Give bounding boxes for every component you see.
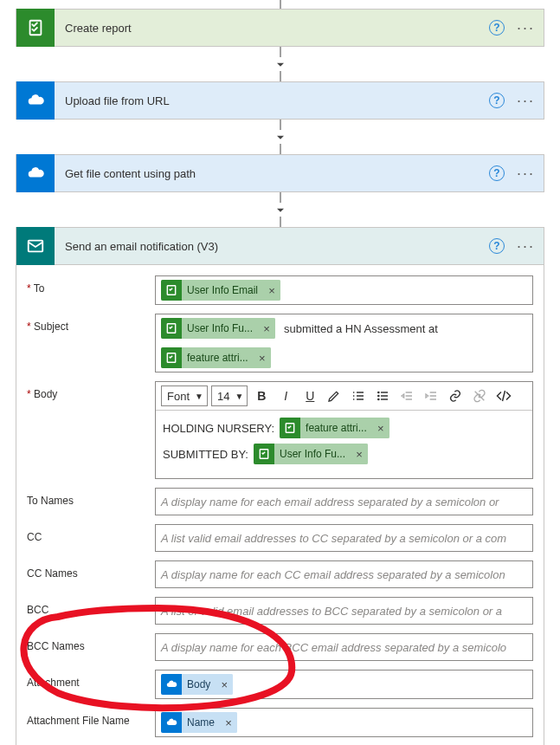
svg-rect-0: [30, 21, 42, 36]
bccnames-input[interactable]: A display name for each BCC email addres…: [155, 633, 533, 661]
token-remove-icon[interactable]: ×: [372, 418, 389, 438]
svg-point-7: [378, 398, 379, 399]
arrow-down-icon: [274, 130, 287, 144]
label-cc: CC: [27, 524, 155, 543]
token-user-fullname[interactable]: User Info Fu... ×: [254, 444, 368, 464]
rich-text-toolbar: Font▼ 14▼ B I U: [156, 382, 532, 411]
font-select[interactable]: Font▼: [161, 385, 208, 406]
token-onedrive-body[interactable]: Body ×: [161, 674, 233, 695]
svg-rect-4: [167, 353, 175, 363]
survey-icon: [16, 9, 55, 47]
arrow-down-icon: [274, 57, 287, 71]
subject-static-text: submitted a HN Assessment at: [284, 322, 438, 335]
svg-rect-9: [260, 450, 267, 459]
token-remove-icon[interactable]: ×: [351, 444, 368, 464]
link-icon[interactable]: [445, 385, 466, 406]
action-card-send-email[interactable]: Send an email notification (V3) ? ···: [16, 227, 544, 265]
body-text-holding: HOLDING NURSERY:: [163, 422, 274, 435]
svg-rect-8: [286, 424, 293, 433]
email-panel: To User Info Email × Subject User I: [16, 265, 544, 745]
label-to: To: [27, 275, 155, 295]
label-body: Body: [27, 381, 155, 400]
more-icon[interactable]: ···: [517, 92, 535, 110]
indent-icon[interactable]: [421, 385, 441, 406]
attachment-filename-input[interactable]: Name ×: [155, 708, 533, 737]
token-remove-icon[interactable]: ×: [263, 280, 280, 301]
token-remove-icon[interactable]: ×: [216, 674, 233, 695]
label-attachment: Attachment: [27, 670, 155, 689]
label-tonames: To Names: [27, 488, 155, 507]
bullet-list-icon[interactable]: [372, 385, 393, 406]
action-card-create-report[interactable]: Create report ? ···: [16, 9, 544, 47]
more-icon[interactable]: ···: [517, 165, 535, 183]
code-view-icon[interactable]: [493, 385, 514, 406]
svg-rect-2: [167, 286, 175, 295]
onedrive-icon: [16, 81, 55, 120]
ccnames-input[interactable]: A display name for each CC email address…: [155, 560, 533, 588]
bold-icon[interactable]: B: [251, 385, 272, 406]
more-icon[interactable]: ···: [517, 237, 535, 256]
label-bcc: BCC: [27, 597, 155, 616]
help-icon[interactable]: ?: [489, 238, 505, 254]
svg-rect-3: [167, 324, 175, 334]
action-title: Get file content using path: [55, 167, 489, 180]
attachment-input[interactable]: Body ×: [155, 670, 533, 699]
numbered-list-icon[interactable]: [348, 385, 369, 406]
token-remove-icon[interactable]: ×: [258, 318, 275, 339]
action-title: Send an email notification (V3): [55, 240, 489, 253]
token-onedrive-name[interactable]: Name ×: [161, 712, 237, 733]
body-text-submitted: SUBMITTED BY:: [163, 448, 248, 461]
svg-point-5: [378, 392, 379, 392]
label-ccnames: CC Names: [27, 560, 155, 580]
to-input[interactable]: User Info Email ×: [155, 275, 533, 305]
arrow-down-icon: [274, 203, 287, 217]
label-attachfile: Attachment File Name: [27, 708, 155, 727]
outdent-icon[interactable]: [396, 385, 417, 406]
subject-input[interactable]: User Info Fu... × submitted a HN Assessm…: [155, 314, 533, 372]
help-icon[interactable]: ?: [489, 93, 505, 108]
action-card-upload-file[interactable]: Upload file from URL ? ···: [16, 81, 544, 120]
onedrive-icon: [16, 154, 55, 192]
more-icon[interactable]: ···: [517, 19, 535, 37]
help-icon[interactable]: ?: [489, 165, 505, 181]
token-remove-icon[interactable]: ×: [254, 347, 271, 368]
label-bccnames: BCC Names: [27, 633, 155, 652]
token-feature-attr[interactable]: feature attri... ×: [161, 347, 271, 368]
token-remove-icon[interactable]: ×: [220, 712, 237, 733]
underline-icon[interactable]: U: [299, 385, 320, 406]
cc-input[interactable]: A list valid email addresses to CC separ…: [155, 524, 533, 552]
svg-point-6: [378, 395, 379, 396]
label-subject: Subject: [27, 314, 155, 333]
action-card-get-file[interactable]: Get file content using path ? ···: [16, 154, 544, 192]
unlink-icon[interactable]: [469, 385, 490, 406]
action-title: Create report: [55, 22, 489, 35]
token-feature-attr[interactable]: feature attri... ×: [280, 418, 389, 438]
mail-icon: [16, 227, 55, 265]
token-user-email[interactable]: User Info Email ×: [161, 280, 280, 301]
tonames-input[interactable]: A display name for each email address se…: [155, 488, 533, 515]
bcc-input[interactable]: A list of valid email addresses to BCC s…: [155, 597, 533, 625]
color-picker-icon[interactable]: [324, 385, 344, 406]
action-title: Upload file from URL: [55, 94, 489, 107]
italic-icon[interactable]: I: [275, 385, 296, 406]
fontsize-select[interactable]: 14▼: [211, 385, 248, 406]
token-user-fullname[interactable]: User Info Fu... ×: [161, 318, 275, 339]
body-editor[interactable]: Font▼ 14▼ B I U: [155, 381, 533, 479]
help-icon[interactable]: ?: [489, 20, 505, 36]
